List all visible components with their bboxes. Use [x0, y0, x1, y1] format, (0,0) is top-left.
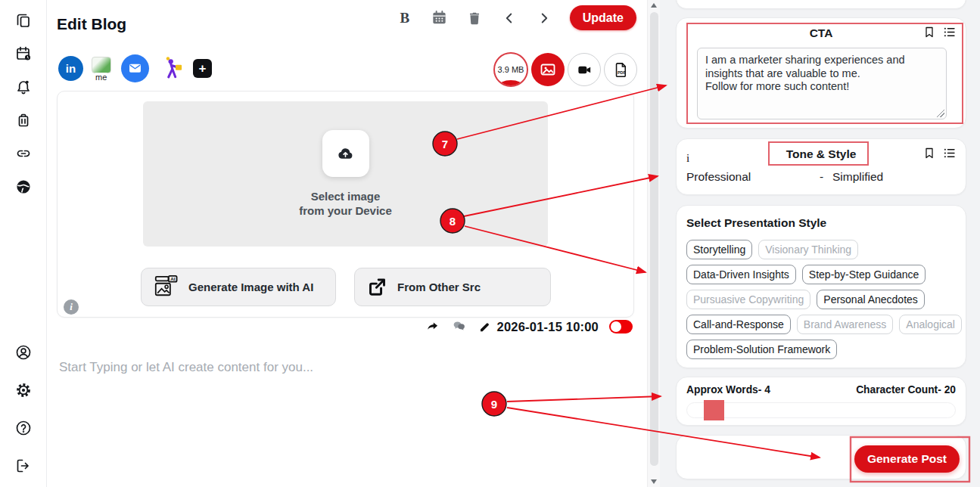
style-chip-pursuasive-copywriting[interactable]: Pursuasive Copywriting	[686, 290, 810, 309]
person-carrying-icon[interactable]	[157, 54, 185, 82]
calendar-icon[interactable]	[431, 9, 449, 27]
dropzone-text: Select image from your Device	[299, 189, 392, 218]
trash-icon[interactable]	[14, 111, 33, 129]
content-editor[interactable]: Start Typing or let AI create content fo…	[59, 360, 313, 375]
logout-icon[interactable]	[14, 457, 33, 475]
profile-icon[interactable]	[14, 343, 33, 361]
toggle-knob	[611, 321, 621, 332]
cloud-upload-icon	[335, 144, 356, 164]
chevron-left-icon[interactable]	[500, 9, 518, 27]
word-count-card: Approx Words- 4 Character Count- 20	[676, 377, 966, 426]
cta-title: CTA	[677, 26, 966, 40]
schedule-datetime: 2026-01-15 10:00	[497, 320, 599, 334]
info-icon[interactable]: i	[64, 299, 79, 315]
media-attachments-row: 3.9 MB PDF	[493, 52, 637, 87]
style-chip-call-and-response[interactable]: Call-and-Response	[686, 315, 791, 334]
editor-toolbar: B Update	[396, 5, 636, 30]
left-sidebar	[0, 0, 47, 487]
dropzone-line2: from your Device	[299, 203, 392, 218]
schedule-edit-group: 2026-01-15 10:00	[478, 320, 599, 334]
image-dropzone[interactable]: Select image from your Device	[143, 101, 548, 247]
schedule-toggle[interactable]	[609, 320, 633, 333]
generate-image-ai-button[interactable]: AI Generate Image with AI	[141, 268, 336, 306]
presentation-style-title: Select Presentation Style	[686, 216, 956, 230]
generate-image-ai-label: Generate Image with AI	[188, 281, 313, 293]
custom-channel-icon[interactable]: me	[92, 57, 113, 79]
share-icon[interactable]	[425, 319, 440, 335]
dropzone-line1: Select image	[299, 189, 392, 203]
pdf-label: PDF	[617, 70, 625, 75]
notifications-bell-icon[interactable]	[14, 78, 33, 96]
custom-channel-image	[92, 57, 111, 73]
post-settings-panel: CTA I am a marketer sharing experiences …	[660, 0, 980, 487]
cta-card: CTA I am a marketer sharing experiences …	[676, 17, 966, 129]
style-chip-storytelling[interactable]: Storytelling	[686, 240, 752, 259]
file-size-badge: 3.9 MB	[493, 52, 528, 87]
style-chip-data-driven-insights[interactable]: Data-Driven Insights	[686, 265, 796, 284]
copy-icon[interactable]	[14, 11, 33, 29]
scroll-up-arrow[interactable]	[651, 3, 657, 8]
chip-row: Problem-Solution Framework	[686, 340, 956, 359]
style-chip-visionary-thinking[interactable]: Visionary Thinking	[758, 240, 858, 259]
presentation-style-card: Select Presentation Style Storytelling V…	[676, 205, 966, 368]
edit-pencil-icon[interactable]	[478, 320, 492, 333]
cta-card-icons	[923, 26, 957, 39]
generate-post-card: Generate Post	[676, 435, 966, 479]
scroll-down-arrow[interactable]	[651, 479, 657, 484]
schedule-row: 2026-01-15 10:00	[425, 318, 633, 336]
chevron-right-icon[interactable]	[535, 9, 553, 27]
channel-selector-row: in me +	[58, 53, 212, 83]
chip-row: Storytelling Visionary Thinking	[686, 240, 956, 259]
cta-textarea[interactable]: I am a marketer sharing experiences and …	[697, 48, 947, 119]
bold-icon[interactable]: B	[396, 9, 414, 27]
tone-separator: -	[820, 170, 823, 184]
custom-channel-label: me	[95, 73, 107, 82]
tone-values-row: Professional - Simplified	[677, 170, 966, 187]
calendar-schedule-icon[interactable]	[14, 45, 33, 63]
word-count-slider[interactable]	[686, 402, 956, 418]
bookmark-icon[interactable]	[923, 26, 935, 39]
settings-gear-icon[interactable]	[14, 381, 33, 399]
from-other-src-button[interactable]: From Other Src	[354, 268, 551, 306]
tone-style-card: i Tone & Style Professional - Simplified	[676, 138, 966, 195]
upload-square	[322, 130, 369, 177]
help-icon[interactable]	[14, 419, 33, 437]
delete-icon[interactable]	[465, 9, 484, 27]
main-editor-area: Edit Blog B Update in me	[47, 0, 647, 487]
vertical-scrollbar	[647, 0, 660, 487]
tone-card-icons	[923, 147, 957, 160]
scrollbar-thumb[interactable]	[650, 12, 658, 466]
image-media-button[interactable]	[531, 53, 565, 86]
pdf-media-button[interactable]: PDF	[604, 53, 637, 86]
style-value[interactable]: Simplified	[832, 170, 883, 184]
file-size-text: 3.9 MB	[498, 65, 524, 74]
comments-icon[interactable]	[451, 318, 468, 335]
tone-style-title: Tone & Style	[677, 147, 966, 161]
generate-post-button[interactable]: Generate Post	[854, 445, 960, 473]
style-chip-brand-awareness[interactable]: Brand Awareness	[797, 315, 893, 334]
tone-value[interactable]: Professional	[686, 170, 751, 184]
image-upload-card: Select image from your Device AI Generat…	[57, 91, 634, 318]
ai-image-icon: AI	[154, 275, 179, 299]
page-title: Edit Blog	[57, 15, 126, 33]
ai-tag: AI	[170, 276, 175, 281]
panel-stub-card	[676, 0, 966, 9]
email-channel-icon[interactable]	[121, 54, 149, 82]
chip-row: Call-and-Response Brand Awareness Analog…	[686, 315, 956, 334]
linkedin-icon[interactable]: in	[58, 56, 83, 81]
bookmark-icon[interactable]	[923, 147, 935, 160]
approx-words-label: Approx Words- 4	[686, 384, 770, 395]
style-chip-analogical[interactable]: Analogical	[899, 315, 962, 334]
update-button[interactable]: Update	[570, 5, 636, 30]
list-icon[interactable]	[943, 26, 957, 39]
list-icon[interactable]	[943, 147, 957, 160]
style-chip-problem-solution-framework[interactable]: Problem-Solution Framework	[686, 340, 837, 359]
slider-handle[interactable]	[704, 400, 724, 420]
link-icon[interactable]	[14, 144, 33, 163]
style-chip-personal-anecdotes[interactable]: Personal Anecdotes	[817, 290, 925, 309]
from-other-src-label: From Other Src	[397, 281, 481, 293]
web-globe-icon[interactable]	[14, 178, 33, 196]
video-media-button[interactable]	[568, 53, 601, 86]
style-chip-step-by-step-guidance[interactable]: Step-by-Step Guidance	[802, 265, 926, 284]
add-channel-button[interactable]: +	[193, 59, 212, 78]
